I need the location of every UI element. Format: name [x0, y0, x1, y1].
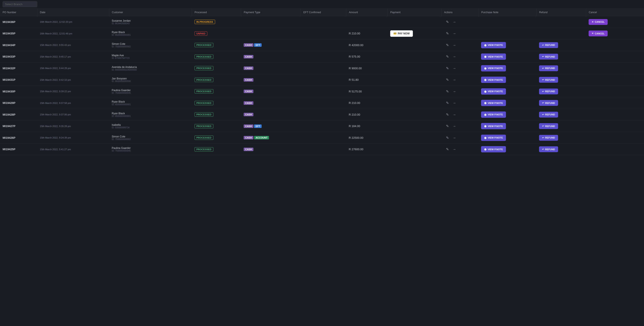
refund-button[interactable]: ↩ REFUND: [539, 100, 558, 106]
view-pnote-button[interactable]: ◉ VIEW P.NOTE: [481, 112, 506, 118]
view-pnote-button[interactable]: ◉ VIEW P.NOTE: [481, 65, 506, 72]
edit-icon[interactable]: ✎: [444, 65, 451, 72]
payment-action-cell: [388, 62, 441, 74]
eye-icon: ◉: [484, 55, 486, 58]
table-row: MI19425P15th March 2022, 5:41:27 pmPauli…: [0, 144, 644, 155]
view-pnote-button[interactable]: ◉ VIEW P.NOTE: [481, 88, 506, 94]
customer-name: Isabella: [112, 124, 189, 126]
refund-button[interactable]: ↩ REFUND: [539, 54, 558, 60]
payment-badge-cash: CASH: [244, 113, 254, 116]
amount-cell: R 51.80: [346, 74, 388, 86]
orders-table-wrapper: PO Number Date Customer Processed Paymen…: [0, 9, 644, 155]
refund-button[interactable]: ↩ REFUND: [539, 123, 558, 129]
po-number-cell: MI19427P: [2, 124, 15, 128]
purchase-note-cell: ◉ VIEW P.NOTE: [478, 120, 536, 132]
refund-button[interactable]: ↩ REFUND: [539, 77, 558, 83]
eft-confirmed-cell: [301, 97, 346, 109]
status-badge: PROCESSED: [194, 101, 213, 105]
po-number-cell: MI19429P: [2, 101, 15, 104]
view-pnote-button[interactable]: ◉ VIEW P.NOTE: [481, 146, 506, 152]
view-pnote-button[interactable]: ◉ VIEW P.NOTE: [481, 123, 506, 129]
eye-icon: ◉: [484, 124, 486, 128]
customer-name: Maple Ave: [112, 54, 189, 57]
customer-name: Simon Cote: [112, 135, 189, 138]
edit-icon[interactable]: ✎: [444, 53, 451, 60]
customer-cell: Jan BooysenID: 8600000000000: [109, 74, 192, 86]
cancel-icon: ✕: [592, 20, 594, 24]
customer-id: ID: 8500000000001: [112, 103, 189, 106]
top-bar: [0, 0, 644, 9]
refund-button[interactable]: ↩ REFUND: [539, 146, 558, 152]
po-number-cell: MI19425P: [2, 148, 15, 151]
edit-icon[interactable]: ✎: [444, 76, 451, 83]
pay-now-button[interactable]: 💳 PAY NOW: [390, 30, 413, 37]
navigate-icon[interactable]: →: [451, 65, 458, 72]
customer-cell: Ryan BlackID: 8500000000001: [109, 97, 192, 109]
payment-badge-cash: CASH: [244, 78, 254, 82]
branch-search-input[interactable]: [2, 1, 37, 7]
refund-button[interactable]: ↩ REFUND: [539, 42, 558, 48]
navigate-icon[interactable]: →: [451, 123, 458, 130]
edit-icon[interactable]: ✎: [444, 18, 451, 25]
date-cell: 15th March 2022, 9:37:58 pm: [37, 97, 109, 109]
navigate-icon[interactable]: →: [451, 42, 458, 49]
cancel-cell: [586, 74, 644, 86]
customer-id: ID: 8500000000001: [112, 115, 189, 117]
payment-badge-eft: EFT: [254, 43, 262, 47]
payment-action-cell: [388, 132, 441, 144]
navigate-icon[interactable]: →: [451, 111, 458, 118]
navigate-icon[interactable]: →: [451, 134, 458, 141]
status-cell: PROCESSED: [192, 40, 241, 51]
payment-action-cell: [388, 97, 441, 109]
view-pnote-button[interactable]: ◉ VIEW P.NOTE: [481, 54, 506, 60]
navigate-icon[interactable]: →: [451, 88, 458, 95]
navigate-icon[interactable]: →: [451, 100, 458, 106]
table-row: MI19432P15th March 2022, 9:44:28 pmAveni…: [0, 62, 644, 74]
navigate-icon[interactable]: →: [451, 53, 458, 60]
customer-name: Paulina Gaarder: [112, 146, 189, 150]
customer-cell: Paulina GaarderID: 7500000000045: [109, 86, 192, 98]
edit-icon[interactable]: ✎: [444, 42, 451, 48]
customer-name: Susanne Jordan: [112, 19, 189, 22]
payment-type-cell: CASH: [241, 97, 301, 109]
cancel-button[interactable]: ✕ CANCEL: [588, 30, 608, 36]
actions-cell: ✎→: [441, 109, 478, 120]
table-row: MI19430P15th March 2022, 9:39:22 pmPauli…: [0, 86, 644, 98]
navigate-icon[interactable]: →: [451, 18, 458, 26]
refund-button[interactable]: ↩ REFUND: [539, 135, 558, 141]
table-row: MI19433P15th March 2022, 9:45:17 pmMaple…: [0, 51, 644, 62]
purchase-note-cell: ◉ VIEW P.NOTE: [478, 86, 536, 98]
view-pnote-button[interactable]: ◉ VIEW P.NOTE: [481, 135, 506, 141]
refund-button[interactable]: ↩ REFUND: [539, 112, 558, 118]
purchase-note-cell: ◉ VIEW P.NOTE: [478, 132, 536, 144]
view-pnote-button[interactable]: ◉ VIEW P.NOTE: [481, 42, 506, 48]
date-cell: 15th March 2022, 9:37:06 pm: [37, 109, 109, 120]
navigate-icon[interactable]: →: [451, 146, 458, 153]
edit-icon[interactable]: ✎: [444, 100, 451, 106]
payment-badge-cash: CASH: [244, 43, 254, 47]
navigate-icon[interactable]: →: [451, 30, 458, 37]
edit-icon[interactable]: ✎: [444, 111, 451, 118]
edit-icon[interactable]: ✎: [444, 134, 451, 141]
refund-button[interactable]: ↩ REFUND: [539, 65, 558, 71]
edit-icon[interactable]: ✎: [444, 88, 451, 95]
edit-icon[interactable]: ✎: [444, 30, 451, 37]
cancel-button[interactable]: ✕ CANCEL: [588, 19, 608, 25]
eye-icon: ◉: [484, 101, 486, 104]
customer-name: Avenida de Andalucía: [112, 66, 189, 68]
view-pnote-button[interactable]: ◉ VIEW P.NOTE: [481, 77, 506, 83]
edit-icon[interactable]: ✎: [444, 146, 451, 153]
date-cell: 15th March 2022, 9:24:39 pm: [37, 132, 109, 144]
cancel-cell: [586, 62, 644, 74]
purchase-note-cell: ◉ VIEW P.NOTE: [478, 62, 536, 74]
refund-button[interactable]: ↩ REFUND: [539, 88, 558, 94]
navigate-icon[interactable]: →: [451, 76, 458, 83]
view-pnote-button[interactable]: ◉ VIEW P.NOTE: [481, 100, 506, 106]
status-cell: UNPAID: [192, 28, 241, 40]
edit-icon[interactable]: ✎: [444, 123, 451, 130]
actions-cell: ✎→: [441, 74, 478, 86]
cancel-cell: [586, 97, 644, 109]
eye-icon: ◉: [484, 44, 486, 47]
cancel-cell: ✕ CANCEL: [586, 28, 644, 40]
table-row: MI19429P15th March 2022, 9:37:58 pmRyan …: [0, 97, 644, 109]
